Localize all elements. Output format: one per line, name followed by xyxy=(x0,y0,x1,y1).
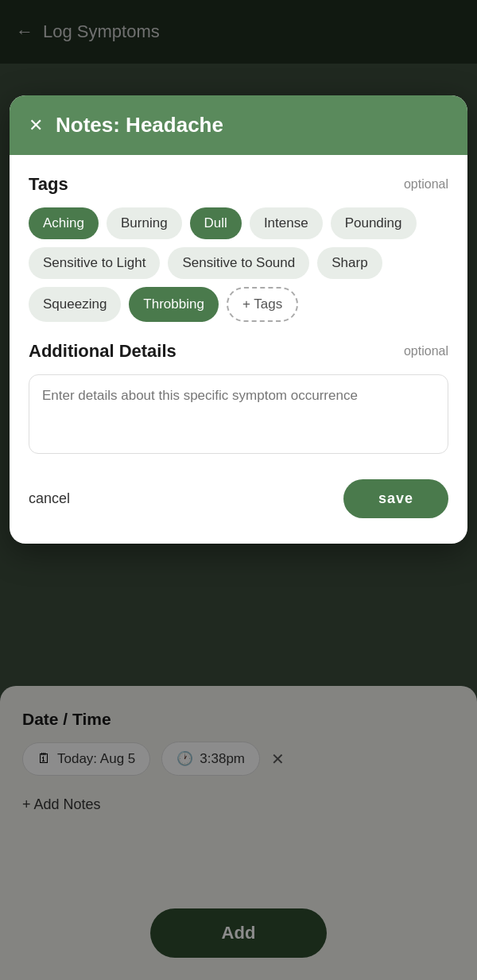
tag-sensitive-sound[interactable]: Sensitive to Sound xyxy=(168,247,309,279)
tag-pounding[interactable]: Pounding xyxy=(331,207,417,239)
modal-body: Tags optional Aching Burning Dull Intens… xyxy=(10,155,467,544)
save-button[interactable]: save xyxy=(343,479,448,518)
tags-container: Aching Burning Dull Intense Pounding Sen… xyxy=(29,207,448,322)
details-section-header: Additional Details optional xyxy=(29,341,448,362)
tags-optional: optional xyxy=(404,177,448,192)
additional-details-section: Additional Details optional xyxy=(29,341,448,457)
tag-throbbing[interactable]: Throbbing xyxy=(129,287,219,322)
cancel-button[interactable]: cancel xyxy=(29,482,70,515)
modal-close-icon[interactable]: ✕ xyxy=(29,115,43,136)
tags-section-header: Tags optional xyxy=(29,174,448,195)
add-tags-button[interactable]: + Tags xyxy=(227,287,298,322)
tag-sharp[interactable]: Sharp xyxy=(317,247,382,279)
modal-footer: cancel save xyxy=(29,476,448,525)
tag-sensitive-light[interactable]: Sensitive to Light xyxy=(29,247,160,279)
details-optional: optional xyxy=(404,344,448,358)
tags-label: Tags xyxy=(29,174,68,195)
tag-squeezing[interactable]: Squeezing xyxy=(29,287,121,322)
details-textarea[interactable] xyxy=(29,374,448,454)
modal-header: ✕ Notes: Headache xyxy=(10,95,467,155)
tag-dull[interactable]: Dull xyxy=(190,207,242,239)
details-label: Additional Details xyxy=(29,341,176,362)
tag-aching[interactable]: Aching xyxy=(29,207,99,239)
notes-modal: ✕ Notes: Headache Tags optional Aching B… xyxy=(10,95,467,544)
tag-intense[interactable]: Intense xyxy=(250,207,323,239)
tag-burning[interactable]: Burning xyxy=(107,207,182,239)
modal-title: Notes: Headache xyxy=(56,113,223,138)
